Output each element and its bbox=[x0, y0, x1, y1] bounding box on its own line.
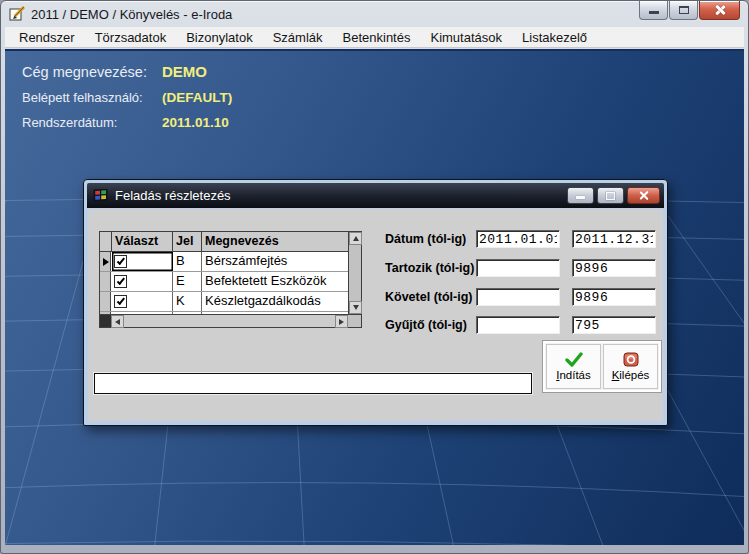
note-input[interactable] bbox=[94, 373, 532, 394]
vertical-scrollbar[interactable] bbox=[348, 232, 361, 314]
scroll-down-button[interactable] bbox=[349, 301, 362, 314]
check-icon bbox=[116, 256, 124, 265]
menu-bizonylatok[interactable]: Bizonylatok bbox=[176, 28, 262, 47]
tartozik-to-input[interactable] bbox=[572, 259, 656, 277]
arrow-down-icon bbox=[353, 305, 359, 310]
app-desktop: Cég megnevezése: DEMO Belépett felhaszná… bbox=[5, 49, 744, 545]
dialog-titlebar[interactable]: Feladás részletezés bbox=[87, 183, 664, 208]
header-selector bbox=[100, 232, 112, 251]
horizontal-scrollbar[interactable] bbox=[100, 314, 361, 327]
button-panel: Indítás Kilépés bbox=[542, 340, 662, 393]
scroll-track[interactable] bbox=[124, 315, 335, 327]
header-valaszt: Választ bbox=[112, 232, 173, 251]
datum-to-input[interactable] bbox=[572, 230, 656, 248]
dialog-close-button[interactable] bbox=[627, 187, 660, 204]
label-gyujto: Gyűjtő (tól-ig) bbox=[385, 318, 477, 332]
dialog-maximize-button[interactable] bbox=[597, 187, 624, 204]
session-info: Cég megnevezése: DEMO Belépett felhaszná… bbox=[22, 63, 232, 140]
menu-szamlak[interactable]: Számlák bbox=[263, 28, 333, 47]
close-button[interactable] bbox=[699, 1, 740, 20]
maximize-icon bbox=[679, 6, 689, 14]
check-icon bbox=[116, 296, 124, 305]
arrow-left-icon bbox=[115, 319, 120, 325]
dialog-window: Feladás részletezés Választ Jel Megnevez… bbox=[83, 179, 668, 426]
table-row[interactable]: B Bérszámfejtés bbox=[100, 252, 350, 272]
window-controls bbox=[639, 1, 740, 20]
exit-button-label: Kilépés bbox=[612, 369, 650, 381]
dialog-minimize-button[interactable] bbox=[567, 187, 594, 204]
datum-from-input[interactable] bbox=[476, 230, 560, 248]
header-megnevezes: Megnevezés bbox=[202, 232, 350, 251]
label-tartozik: Tartozik (tól-ig) bbox=[385, 261, 477, 275]
current-row-marker bbox=[100, 252, 112, 271]
company-value: DEMO bbox=[162, 63, 207, 80]
scroll-right-button[interactable] bbox=[335, 315, 348, 328]
dialog-title: Feladás részletezés bbox=[115, 188, 561, 203]
kovetel-to-input[interactable] bbox=[572, 288, 656, 306]
cell-megnevezes: Befektetett Eszközök bbox=[202, 272, 350, 291]
minimize-icon bbox=[649, 11, 659, 14]
cell-megnevezes: Bérszámfejtés bbox=[202, 252, 350, 271]
app-icon[interactable] bbox=[8, 6, 26, 22]
table-row[interactable]: E Befektetett Eszközök bbox=[100, 272, 350, 292]
close-icon bbox=[714, 4, 726, 16]
dialog-minimize-icon bbox=[576, 196, 585, 199]
scroll-corner-block bbox=[100, 315, 111, 327]
gyujto-from-input[interactable] bbox=[476, 316, 560, 334]
sysdate-value: 2011.01.10 bbox=[162, 115, 229, 130]
cell-jel: E bbox=[173, 272, 202, 291]
arrow-right-icon bbox=[339, 319, 344, 325]
maximize-button[interactable] bbox=[669, 1, 698, 20]
selection-table: Választ Jel Megnevezés B bbox=[99, 231, 362, 328]
cell-megnevezes: Készletgazdálkodás bbox=[202, 292, 350, 311]
scroll-left-button[interactable] bbox=[111, 315, 124, 328]
window-title: 2011 / DEMO / Könyvelés - e-Iroda bbox=[31, 7, 232, 22]
row-checkbox[interactable] bbox=[114, 295, 127, 308]
menu-listakezelo[interactable]: Listakezelő bbox=[512, 28, 597, 47]
check-icon bbox=[116, 276, 124, 285]
cell-jel: K bbox=[173, 292, 202, 311]
menu-rendszer[interactable]: Rendszer bbox=[9, 28, 85, 47]
red-stop-icon bbox=[623, 352, 639, 367]
tartozik-from-input[interactable] bbox=[476, 259, 560, 277]
user-row: Belépett felhasználó: (DEFAULT) bbox=[22, 90, 232, 105]
company-label: Cég megnevezése: bbox=[22, 64, 162, 80]
dialog-close-icon bbox=[638, 190, 649, 201]
label-kovetel: Követel (tól-ig) bbox=[385, 290, 477, 304]
user-label: Belépett felhasználó: bbox=[22, 90, 162, 105]
scroll-up-button[interactable] bbox=[349, 232, 362, 245]
table-body: B Bérszámfejtés E Befektetett Eszközök bbox=[100, 252, 350, 316]
gyujto-to-input[interactable] bbox=[572, 316, 656, 334]
header-jel: Jel bbox=[173, 232, 202, 251]
start-button-label: Indítás bbox=[556, 369, 591, 381]
company-row: Cég megnevezése: DEMO bbox=[22, 63, 232, 80]
start-button[interactable]: Indítás bbox=[546, 344, 601, 389]
dialog-client-area: Választ Jel Megnevezés B bbox=[88, 209, 663, 421]
label-datum: Dátum (tól-ig) bbox=[385, 232, 477, 246]
dialog-maximize-icon bbox=[606, 192, 615, 200]
sysdate-label: Rendszerdátum: bbox=[22, 115, 162, 130]
menu-torzsadatok[interactable]: Törzsadatok bbox=[85, 28, 177, 47]
row-arrow-icon bbox=[103, 258, 109, 266]
exit-button[interactable]: Kilépés bbox=[603, 344, 658, 389]
user-value: (DEFAULT) bbox=[162, 90, 232, 105]
table-header: Választ Jel Megnevezés bbox=[100, 232, 350, 252]
row-checkbox[interactable] bbox=[114, 275, 127, 288]
main-titlebar[interactable]: 2011 / DEMO / Könyvelés - e-Iroda bbox=[1, 1, 748, 27]
arrow-up-icon bbox=[353, 236, 359, 241]
kovetel-from-input[interactable] bbox=[476, 288, 560, 306]
menubar: Rendszer Törzsadatok Bizonylatok Számlák… bbox=[5, 27, 744, 48]
dialog-icon bbox=[93, 189, 109, 203]
dialog-controls bbox=[567, 187, 660, 204]
table-row[interactable]: K Készletgazdálkodás bbox=[100, 292, 350, 312]
row-checkbox[interactable] bbox=[114, 255, 127, 268]
main-window: 2011 / DEMO / Könyvelés - e-Iroda Rendsz… bbox=[0, 0, 749, 554]
green-check-icon bbox=[564, 352, 584, 367]
minimize-button[interactable] bbox=[639, 1, 668, 20]
cell-jel: B bbox=[173, 252, 202, 271]
menu-betekintes[interactable]: Betenkintés bbox=[333, 28, 421, 47]
menu-kimutatasok[interactable]: Kimutatások bbox=[420, 28, 512, 47]
sysdate-row: Rendszerdátum: 2011.01.10 bbox=[22, 115, 232, 130]
